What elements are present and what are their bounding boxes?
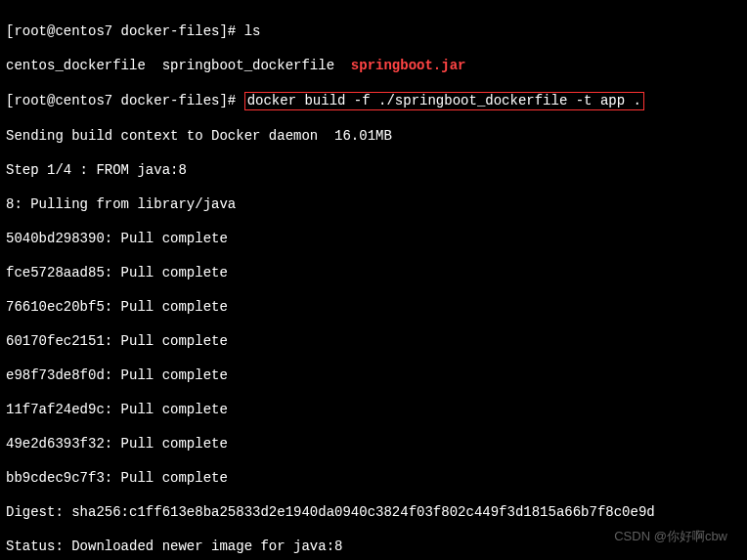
output-line: 11f7af24ed9c: Pull complete xyxy=(6,402,741,419)
output-line: 8: Pulling from library/java xyxy=(6,196,741,214)
ls-output-jar: springboot.jar xyxy=(351,58,466,73)
output-line: 49e2d6393f32: Pull complete xyxy=(6,436,741,453)
output-line: 76610ec20bf5: Pull complete xyxy=(6,299,741,317)
output-line: 5040bd298390: Pull complete xyxy=(6,231,741,248)
command-ls: ls xyxy=(244,23,261,39)
command-docker-build: docker build -f ./springboot_dockerfile … xyxy=(244,92,644,111)
output-line: Sending build context to Docker daemon 1… xyxy=(6,128,741,146)
watermark: CSDN @你好啊cbw xyxy=(614,529,727,544)
output-line: bb9cdec9c7f3: Pull complete xyxy=(6,470,741,488)
output-line: fce5728aad85: Pull complete xyxy=(6,265,741,282)
output-line: e98f73de8f0d: Pull complete xyxy=(6,367,741,385)
shell-prompt: [root@centos7 docker-files]# xyxy=(6,23,244,39)
output-line: Digest: sha256:c1ff613e8ba25833d2e1940da… xyxy=(6,504,741,522)
terminal-output[interactable]: [root@centos7 docker-files]# ls centos_d… xyxy=(6,6,741,560)
output-line: 60170fec2151: Pull complete xyxy=(6,333,741,351)
ls-output: centos_dockerfile springboot_dockerfile xyxy=(6,58,351,73)
output-line: Step 1/4 : FROM java:8 xyxy=(6,162,741,180)
shell-prompt: [root@centos7 docker-files]# xyxy=(6,93,244,108)
